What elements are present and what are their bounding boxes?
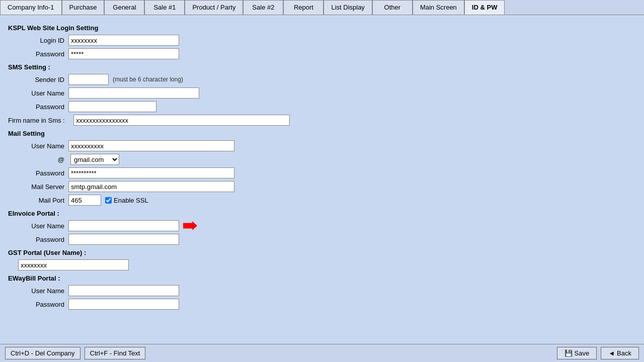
einvoice-username-input[interactable] [68, 220, 179, 231]
sms-section-title: SMS Setting : [8, 63, 636, 71]
back-icon: ◄ [608, 349, 615, 357]
sms-firm-name-label: Firm name in Sms : [8, 117, 73, 124]
ewaybill-password-row: Password [8, 299, 636, 310]
ewaybill-password-input[interactable] [68, 299, 179, 310]
gst-value-row [8, 259, 636, 270]
einvoice-password-label: Password [8, 236, 68, 243]
sms-username-label: User Name [8, 89, 68, 97]
mail-password-input[interactable] [68, 167, 234, 178]
footer-left-buttons: Ctrl+D - Del Company Ctrl+F - Find Text [5, 347, 145, 359]
ssl-label-text: Enable SSL [114, 197, 148, 204]
ewaybill-username-input[interactable] [68, 285, 179, 296]
tab-id-pw[interactable]: ID & PW [464, 0, 505, 15]
kspl-login-id-label: Login ID [8, 37, 68, 44]
save-icon: 💾 [565, 349, 573, 357]
einvoice-username-label: User Name [8, 222, 68, 230]
sms-sender-id-label: Sender ID [8, 76, 68, 83]
footer-bar: Ctrl+D - Del Company Ctrl+F - Find Text … [0, 344, 644, 362]
sms-password-row: Password [8, 101, 636, 112]
back-label: Back [617, 349, 631, 357]
del-company-button[interactable]: Ctrl+D - Del Company [5, 347, 80, 359]
einvoice-password-row: Password [8, 234, 636, 245]
red-arrow-icon [183, 221, 197, 230]
tab-other[interactable]: Other [372, 0, 413, 15]
sms-sender-id-row: Sender ID (must be 6 character long) [8, 74, 636, 85]
mail-username-input[interactable] [68, 140, 234, 151]
tab-sale1[interactable]: Sale #1 [144, 0, 185, 15]
kspl-password-input[interactable] [68, 48, 179, 59]
tab-main-screen[interactable]: Main Screen [413, 0, 464, 15]
mail-at-label: @ [8, 156, 68, 163]
tab-list-display[interactable]: List Display [324, 0, 372, 15]
ewaybill-username-label: User Name [8, 287, 68, 295]
tab-company-info-1[interactable]: Company Info-1 [0, 0, 62, 15]
find-text-button[interactable]: Ctrl+F - Find Text [85, 347, 146, 359]
sms-username-row: User Name [8, 87, 636, 99]
ewaybill-username-row: User Name [8, 285, 636, 296]
einvoice-password-input[interactable] [68, 234, 179, 245]
mail-username-row: User Name [8, 140, 636, 151]
tab-general[interactable]: General [104, 0, 144, 15]
sms-password-input[interactable] [68, 101, 156, 112]
ssl-checkbox[interactable] [105, 197, 112, 204]
kspl-login-id-row: Login ID [8, 35, 636, 46]
mail-username-label: User Name [8, 142, 68, 150]
mail-section-title: Mail Setting [8, 130, 636, 137]
tab-product-party[interactable]: Product / Party [185, 0, 243, 15]
sms-sender-id-note: (must be 6 character long) [113, 76, 183, 83]
save-label: Save [575, 349, 590, 357]
kspl-section-title: KSPL Web Site Login Setting [8, 24, 636, 32]
mail-password-label: Password [8, 169, 68, 177]
kspl-password-label: Password [8, 50, 68, 58]
sms-firm-name-input[interactable] [73, 115, 290, 126]
gst-value-input[interactable] [18, 259, 129, 270]
footer-right-buttons: 💾 Save ◄ Back [557, 347, 639, 359]
back-button[interactable]: ◄ Back [601, 347, 639, 359]
einvoice-username-row: User Name [8, 220, 636, 231]
mail-domain-row: @ gmail.com yahoo.com outlook.com [8, 154, 636, 165]
mail-server-input[interactable] [68, 181, 234, 192]
sms-username-input[interactable] [68, 87, 199, 99]
save-button[interactable]: 💾 Save [557, 347, 597, 359]
ewaybill-section-title: EWayBill Portal : [8, 275, 636, 282]
main-content: KSPL Web Site Login Setting Login ID Pas… [0, 15, 644, 344]
kspl-password-row: Password [8, 48, 636, 59]
mail-port-input[interactable] [68, 195, 101, 206]
einvoice-section-title: EInvoice Portal : [8, 210, 636, 217]
mail-password-row: Password [8, 167, 636, 178]
mail-server-row: Mail Server [8, 181, 636, 192]
ssl-checkbox-label[interactable]: Enable SSL [105, 197, 148, 204]
ewaybill-password-label: Password [8, 301, 68, 308]
mail-port-label: Mail Port [8, 197, 68, 204]
tab-report[interactable]: Report [283, 0, 324, 15]
tab-purchase[interactable]: Purchase [62, 0, 105, 15]
mail-server-label: Mail Server [8, 183, 68, 191]
tab-bar: Company Info-1 Purchase General Sale #1 … [0, 0, 644, 15]
sms-sender-id-input[interactable] [68, 74, 109, 85]
gst-section-title: GST Portal (User Name) : [8, 249, 636, 256]
sms-password-label: Password [8, 103, 68, 111]
sms-firm-name-row: Firm name in Sms : [8, 115, 636, 126]
mail-domain-select[interactable]: gmail.com yahoo.com outlook.com [70, 154, 119, 165]
kspl-login-id-input[interactable] [68, 35, 179, 46]
mail-port-row: Mail Port Enable SSL [8, 195, 636, 206]
tab-sale2[interactable]: Sale #2 [243, 0, 283, 15]
